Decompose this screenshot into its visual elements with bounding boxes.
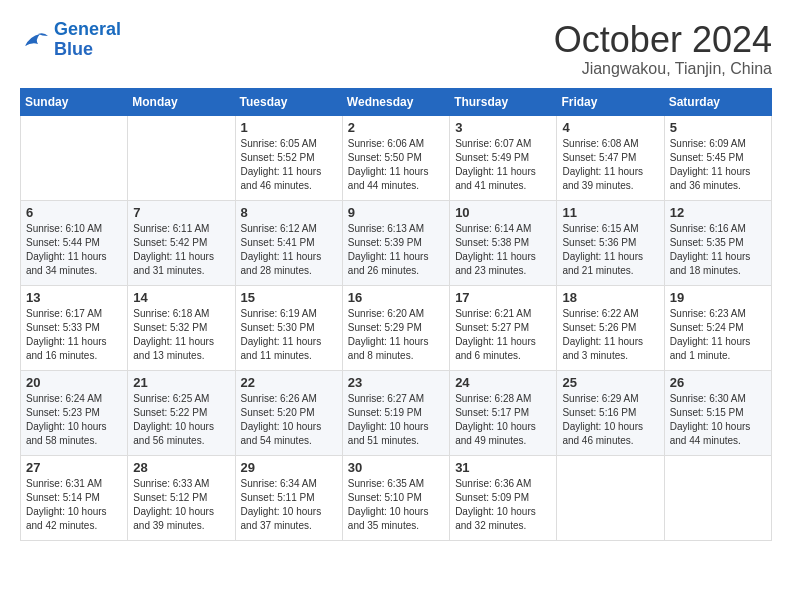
location: Jiangwakou, Tianjin, China [554, 60, 772, 78]
logo: General Blue [20, 20, 121, 60]
calendar-cell: 1Sunrise: 6:05 AM Sunset: 5:52 PM Daylig… [235, 115, 342, 200]
title-block: October 2024 Jiangwakou, Tianjin, China [554, 20, 772, 78]
day-info: Sunrise: 6:36 AM Sunset: 5:09 PM Dayligh… [455, 477, 551, 533]
logo-icon [20, 28, 50, 52]
calendar-cell: 21Sunrise: 6:25 AM Sunset: 5:22 PM Dayli… [128, 370, 235, 455]
calendar-cell [557, 455, 664, 540]
day-number: 28 [133, 460, 229, 475]
day-info: Sunrise: 6:27 AM Sunset: 5:19 PM Dayligh… [348, 392, 444, 448]
day-number: 2 [348, 120, 444, 135]
day-info: Sunrise: 6:25 AM Sunset: 5:22 PM Dayligh… [133, 392, 229, 448]
day-info: Sunrise: 6:30 AM Sunset: 5:15 PM Dayligh… [670, 392, 766, 448]
day-info: Sunrise: 6:29 AM Sunset: 5:16 PM Dayligh… [562, 392, 658, 448]
day-info: Sunrise: 6:12 AM Sunset: 5:41 PM Dayligh… [241, 222, 337, 278]
day-number: 17 [455, 290, 551, 305]
calendar-cell: 17Sunrise: 6:21 AM Sunset: 5:27 PM Dayli… [450, 285, 557, 370]
day-number: 11 [562, 205, 658, 220]
day-info: Sunrise: 6:06 AM Sunset: 5:50 PM Dayligh… [348, 137, 444, 193]
day-info: Sunrise: 6:18 AM Sunset: 5:32 PM Dayligh… [133, 307, 229, 363]
day-number: 3 [455, 120, 551, 135]
calendar-cell: 16Sunrise: 6:20 AM Sunset: 5:29 PM Dayli… [342, 285, 449, 370]
calendar-cell: 9Sunrise: 6:13 AM Sunset: 5:39 PM Daylig… [342, 200, 449, 285]
day-info: Sunrise: 6:17 AM Sunset: 5:33 PM Dayligh… [26, 307, 122, 363]
calendar-cell: 6Sunrise: 6:10 AM Sunset: 5:44 PM Daylig… [21, 200, 128, 285]
calendar-cell: 11Sunrise: 6:15 AM Sunset: 5:36 PM Dayli… [557, 200, 664, 285]
weekday-header-wednesday: Wednesday [342, 88, 449, 115]
calendar-cell [21, 115, 128, 200]
day-info: Sunrise: 6:35 AM Sunset: 5:10 PM Dayligh… [348, 477, 444, 533]
day-number: 13 [26, 290, 122, 305]
day-info: Sunrise: 6:14 AM Sunset: 5:38 PM Dayligh… [455, 222, 551, 278]
day-number: 12 [670, 205, 766, 220]
calendar-cell: 14Sunrise: 6:18 AM Sunset: 5:32 PM Dayli… [128, 285, 235, 370]
calendar-cell: 23Sunrise: 6:27 AM Sunset: 5:19 PM Dayli… [342, 370, 449, 455]
day-number: 15 [241, 290, 337, 305]
day-info: Sunrise: 6:07 AM Sunset: 5:49 PM Dayligh… [455, 137, 551, 193]
calendar-cell: 22Sunrise: 6:26 AM Sunset: 5:20 PM Dayli… [235, 370, 342, 455]
day-number: 8 [241, 205, 337, 220]
calendar-week-row: 27Sunrise: 6:31 AM Sunset: 5:14 PM Dayli… [21, 455, 772, 540]
day-number: 20 [26, 375, 122, 390]
day-info: Sunrise: 6:33 AM Sunset: 5:12 PM Dayligh… [133, 477, 229, 533]
logo-text: General Blue [54, 20, 121, 60]
day-number: 7 [133, 205, 229, 220]
calendar-cell: 28Sunrise: 6:33 AM Sunset: 5:12 PM Dayli… [128, 455, 235, 540]
calendar-table: SundayMondayTuesdayWednesdayThursdayFrid… [20, 88, 772, 541]
day-info: Sunrise: 6:21 AM Sunset: 5:27 PM Dayligh… [455, 307, 551, 363]
day-number: 4 [562, 120, 658, 135]
day-info: Sunrise: 6:15 AM Sunset: 5:36 PM Dayligh… [562, 222, 658, 278]
weekday-header-sunday: Sunday [21, 88, 128, 115]
day-number: 1 [241, 120, 337, 135]
day-number: 29 [241, 460, 337, 475]
calendar-cell: 30Sunrise: 6:35 AM Sunset: 5:10 PM Dayli… [342, 455, 449, 540]
calendar-cell: 31Sunrise: 6:36 AM Sunset: 5:09 PM Dayli… [450, 455, 557, 540]
day-number: 27 [26, 460, 122, 475]
day-info: Sunrise: 6:05 AM Sunset: 5:52 PM Dayligh… [241, 137, 337, 193]
calendar-cell [664, 455, 771, 540]
calendar-cell [128, 115, 235, 200]
day-number: 6 [26, 205, 122, 220]
day-info: Sunrise: 6:20 AM Sunset: 5:29 PM Dayligh… [348, 307, 444, 363]
weekday-header-saturday: Saturday [664, 88, 771, 115]
calendar-header-row: SundayMondayTuesdayWednesdayThursdayFrid… [21, 88, 772, 115]
calendar-week-row: 13Sunrise: 6:17 AM Sunset: 5:33 PM Dayli… [21, 285, 772, 370]
calendar-cell: 8Sunrise: 6:12 AM Sunset: 5:41 PM Daylig… [235, 200, 342, 285]
day-number: 26 [670, 375, 766, 390]
calendar-week-row: 1Sunrise: 6:05 AM Sunset: 5:52 PM Daylig… [21, 115, 772, 200]
day-number: 14 [133, 290, 229, 305]
calendar-cell: 20Sunrise: 6:24 AM Sunset: 5:23 PM Dayli… [21, 370, 128, 455]
day-number: 31 [455, 460, 551, 475]
calendar-cell: 24Sunrise: 6:28 AM Sunset: 5:17 PM Dayli… [450, 370, 557, 455]
calendar-week-row: 6Sunrise: 6:10 AM Sunset: 5:44 PM Daylig… [21, 200, 772, 285]
day-number: 18 [562, 290, 658, 305]
page-header: General Blue October 2024 Jiangwakou, Ti… [20, 20, 772, 78]
day-number: 21 [133, 375, 229, 390]
day-number: 25 [562, 375, 658, 390]
calendar-cell: 3Sunrise: 6:07 AM Sunset: 5:49 PM Daylig… [450, 115, 557, 200]
day-number: 5 [670, 120, 766, 135]
day-info: Sunrise: 6:26 AM Sunset: 5:20 PM Dayligh… [241, 392, 337, 448]
calendar-cell: 18Sunrise: 6:22 AM Sunset: 5:26 PM Dayli… [557, 285, 664, 370]
day-info: Sunrise: 6:28 AM Sunset: 5:17 PM Dayligh… [455, 392, 551, 448]
day-info: Sunrise: 6:23 AM Sunset: 5:24 PM Dayligh… [670, 307, 766, 363]
day-info: Sunrise: 6:13 AM Sunset: 5:39 PM Dayligh… [348, 222, 444, 278]
calendar-cell: 29Sunrise: 6:34 AM Sunset: 5:11 PM Dayli… [235, 455, 342, 540]
day-info: Sunrise: 6:08 AM Sunset: 5:47 PM Dayligh… [562, 137, 658, 193]
calendar-cell: 19Sunrise: 6:23 AM Sunset: 5:24 PM Dayli… [664, 285, 771, 370]
day-number: 22 [241, 375, 337, 390]
weekday-header-monday: Monday [128, 88, 235, 115]
day-number: 19 [670, 290, 766, 305]
calendar-cell: 26Sunrise: 6:30 AM Sunset: 5:15 PM Dayli… [664, 370, 771, 455]
day-info: Sunrise: 6:09 AM Sunset: 5:45 PM Dayligh… [670, 137, 766, 193]
calendar-week-row: 20Sunrise: 6:24 AM Sunset: 5:23 PM Dayli… [21, 370, 772, 455]
calendar-cell: 15Sunrise: 6:19 AM Sunset: 5:30 PM Dayli… [235, 285, 342, 370]
calendar-cell: 13Sunrise: 6:17 AM Sunset: 5:33 PM Dayli… [21, 285, 128, 370]
day-number: 24 [455, 375, 551, 390]
calendar-cell: 7Sunrise: 6:11 AM Sunset: 5:42 PM Daylig… [128, 200, 235, 285]
month-title: October 2024 [554, 20, 772, 60]
weekday-header-tuesday: Tuesday [235, 88, 342, 115]
calendar-cell: 12Sunrise: 6:16 AM Sunset: 5:35 PM Dayli… [664, 200, 771, 285]
day-info: Sunrise: 6:31 AM Sunset: 5:14 PM Dayligh… [26, 477, 122, 533]
day-info: Sunrise: 6:10 AM Sunset: 5:44 PM Dayligh… [26, 222, 122, 278]
day-info: Sunrise: 6:22 AM Sunset: 5:26 PM Dayligh… [562, 307, 658, 363]
